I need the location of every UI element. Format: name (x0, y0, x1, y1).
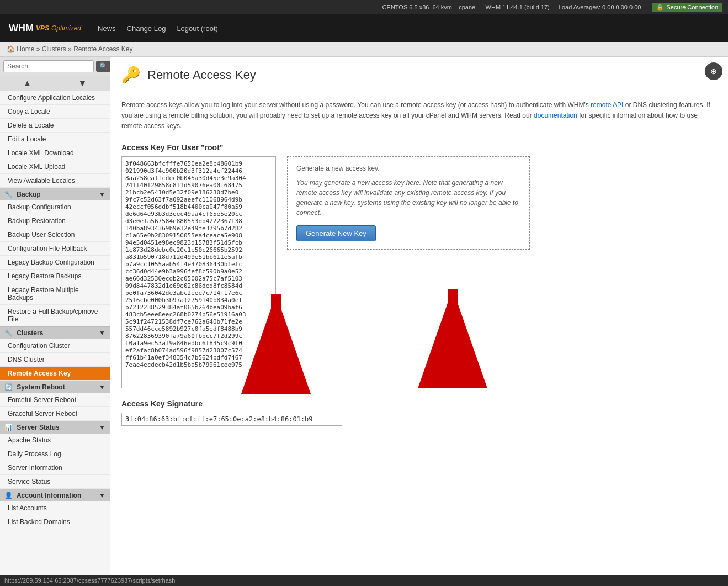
sidebar-section-server-status[interactable]: 📊 Server Status ▼ (0, 421, 110, 434)
main-nav: News Change Log Logout (root) (98, 24, 218, 33)
page-description: Remote access keys allow you to log into… (121, 100, 717, 132)
secure-connection-badge: 🔒 Secure Connection (652, 3, 722, 12)
sidebar-item[interactable]: Locale XML Download (0, 146, 110, 160)
chevron-down-icon: ▼ (99, 492, 105, 499)
sidebar-item[interactable]: List Accounts (0, 501, 110, 515)
sidebar-item[interactable]: Forceful Server Reboot (0, 393, 110, 407)
chevron-down-icon: ▼ (99, 329, 105, 337)
sidebar-section-clusters[interactable]: 🔧 Clusters ▼ (0, 326, 110, 339)
breadcrumb-home-icon: 🏠 (7, 45, 15, 53)
logo: WHM VPS Optimized (9, 23, 81, 34)
statusbar: https://209.59.134.65:2087/cpsess7777623… (0, 575, 728, 586)
server-status-section-icon: 📊 (4, 424, 13, 431)
layout: 🔍 ▲ ▼ Configure Application Locales Copy… (0, 57, 728, 586)
nav-news[interactable]: News (98, 24, 116, 33)
backup-section-icon: 🔧 (4, 191, 13, 198)
access-key-section: Access Key For User "root" Generate a ne… (121, 143, 717, 388)
chevron-down-icon: ▼ (99, 191, 105, 198)
sidebar-item[interactable]: Restore a Full Backup/cpmove File (0, 305, 110, 326)
sidebar-nav-buttons: ▲ ▼ (0, 76, 110, 91)
breadcrumb-sep2: » (68, 45, 72, 53)
clusters-section-icon: 🔧 (4, 329, 13, 337)
sidebar-item[interactable]: Configuration File Rollback (0, 242, 110, 256)
sidebar-item[interactable]: Backup Configuration (0, 200, 110, 214)
main-content: ⊕ 🔑 Remote Access Key Remote access keys… (110, 57, 728, 586)
sidebar-item[interactable]: Copy a Locale (0, 105, 110, 119)
sidebar-section-account-info[interactable]: 👤 Account Information ▼ (0, 489, 110, 501)
sidebar-item[interactable]: Apache Status (0, 434, 110, 447)
key-area-wrapper: Generate a new access key. You may gener… (121, 156, 717, 388)
sidebar-item[interactable]: Edit a Locale (0, 133, 110, 146)
generate-key-box: Generate a new access key. You may gener… (287, 156, 530, 250)
logo-vps: VPS (36, 24, 49, 32)
sidebar-item[interactable]: Legacy Backup Configuration (0, 256, 110, 270)
sidebar-item[interactable]: DNS Cluster (0, 353, 110, 367)
sidebar-item[interactable]: List Backed Domains (0, 515, 110, 529)
sidebar-item[interactable]: Legacy Restore Backups (0, 270, 110, 283)
reboot-section-icon: 🔄 (4, 383, 13, 391)
sidebar-section-backup[interactable]: 🔧 Backup ▼ (0, 188, 110, 200)
sidebar-item[interactable]: Delete a Locale (0, 119, 110, 133)
sidebar-up-button[interactable]: ▲ (0, 76, 55, 91)
sidebar-item[interactable]: View Available Locales (0, 174, 110, 188)
access-key-textarea[interactable] (121, 156, 276, 388)
documentation-link[interactable]: documentation (534, 112, 577, 119)
sidebar-item[interactable]: Server Information (0, 461, 110, 475)
sidebar-section-system-reboot[interactable]: 🔄 System Reboot ▼ (0, 381, 110, 393)
logo-optimized: Optimized (51, 24, 81, 32)
sidebar-item[interactable]: Service Status (0, 475, 110, 489)
nav-changelog[interactable]: Change Log (127, 24, 166, 33)
logo-whm: WHM (9, 23, 34, 34)
breadcrumb-sep1: » (36, 45, 40, 53)
sidebar-down-button[interactable]: ▼ (55, 76, 110, 91)
page-header: 🔑 Remote Access Key (121, 66, 717, 91)
chevron-down-icon: ▼ (99, 424, 105, 431)
server-info-group: CENTOS 6.5 x86_64 kvm – cpanel WHM 11.44… (382, 4, 641, 10)
topbar: CENTOS 6.5 x86_64 kvm – cpanel WHM 11.44… (0, 0, 728, 14)
sidebar-search-area: 🔍 (0, 57, 110, 76)
breadcrumb: 🏠 Home » Clusters » Remote Access Key (0, 42, 728, 57)
chevron-down-icon: ▼ (99, 383, 105, 391)
signature-input[interactable] (121, 413, 342, 426)
signature-section: Access Key Signature (121, 399, 717, 426)
access-key-title: Access Key For User "root" (121, 143, 717, 152)
sidebar-item[interactable]: Legacy Restore Multiple Backups (0, 283, 110, 305)
sidebar: 🔍 ▲ ▼ Configure Application Locales Copy… (0, 57, 110, 586)
signature-title: Access Key Signature (121, 399, 717, 408)
breadcrumb-home-link[interactable]: Home (17, 45, 34, 53)
sidebar-item[interactable]: Configuration Cluster (0, 339, 110, 353)
status-url: https://209.59.134.65:2087/cpsess7777623… (4, 577, 175, 584)
generate-new-key-button[interactable]: Generate New Key (296, 225, 376, 241)
breadcrumb-clusters-link[interactable]: Clusters (42, 45, 66, 53)
account-section-icon: 👤 (4, 492, 13, 499)
sidebar-item[interactable]: Locale XML Upload (0, 160, 110, 174)
help-icon[interactable]: ⊕ (705, 62, 722, 80)
whm-version-text: WHM 11.44.1 (build 17) (486, 4, 550, 10)
help-circle-icon: ⊕ (710, 67, 717, 76)
server-info-text: CENTOS 6.5 x86_64 kvm – cpanel (382, 4, 477, 10)
sidebar-item[interactable]: Backup User Selection (0, 228, 110, 242)
sidebar-item[interactable]: Backup Restoration (0, 214, 110, 228)
search-input[interactable] (3, 60, 94, 72)
sidebar-item-remote-access-key[interactable]: Remote Access Key (0, 367, 110, 381)
search-button[interactable]: 🔍 (96, 61, 110, 72)
nav-logout[interactable]: Logout (root) (177, 24, 217, 33)
sidebar-item[interactable]: Graceful Server Reboot (0, 407, 110, 421)
sidebar-item[interactable]: Configure Application Locales (0, 91, 110, 105)
generate-box-title: Generate a new access key. (296, 165, 520, 172)
sidebar-item[interactable]: Daily Process Log (0, 447, 110, 461)
key-icon: 🔑 (121, 66, 141, 84)
page-title: Remote Access Key (147, 68, 256, 82)
generate-box-desc: You may generate a new access key here. … (296, 178, 520, 218)
load-averages-text: Load Averages: 0.00 0.00 0.00 (559, 4, 641, 10)
lock-icon: 🔒 (656, 4, 664, 11)
breadcrumb-current: Remote Access Key (73, 45, 132, 53)
header: WHM VPS Optimized News Change Log Logout… (0, 14, 728, 42)
remote-api-link[interactable]: remote API (591, 101, 623, 109)
